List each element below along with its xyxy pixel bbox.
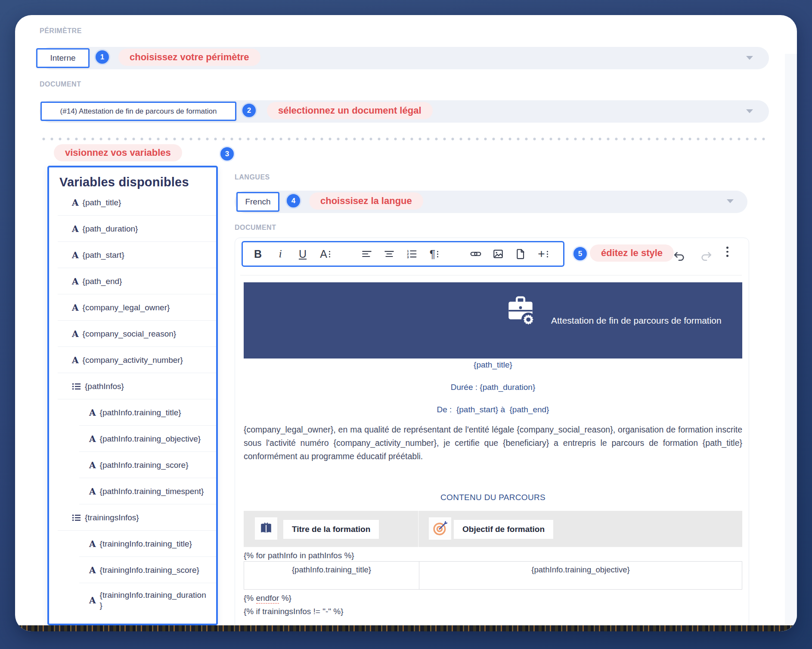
- variable-item[interactable]: A {company_activity_number}: [49, 347, 216, 373]
- variable-item[interactable]: A {pathInfo.training_title}: [49, 399, 216, 426]
- duration-line: Durée : {path_duration}: [244, 383, 742, 392]
- document-hint: sélectionnez un document légal: [267, 102, 433, 119]
- table-cell: {pathInfo.training_title}: [244, 561, 419, 590]
- insert-page-button[interactable]: [514, 245, 527, 263]
- chevron-down-icon[interactable]: [746, 56, 753, 60]
- dates-line: De : {path_start} à {path_end}: [244, 405, 742, 414]
- ordered-list-icon: 123: [406, 248, 417, 260]
- align-center-icon: [384, 248, 395, 260]
- variable-item[interactable]: {pathInfos}: [49, 373, 216, 399]
- variable-item[interactable]: A {pathInfo.training_score}: [49, 452, 216, 478]
- document-editor: B i U A 123 ¶ + 5 éditez le style: [235, 238, 749, 631]
- step-badge-1: 1: [96, 50, 109, 64]
- variable-item[interactable]: A {company_social_reason}: [49, 321, 216, 347]
- text-variable-icon: A: [72, 303, 79, 313]
- editor-toolbar: B i U A 123 ¶ +: [242, 241, 564, 267]
- briefcase-seal-icon: [505, 294, 536, 328]
- document-value: (#14) Attestation de fin de parcours de …: [60, 107, 217, 116]
- undo-button[interactable]: [673, 247, 686, 265]
- text-variable-icon: A: [72, 250, 79, 260]
- bold-button[interactable]: B: [251, 245, 264, 263]
- table-header-col2: Objectif de formation: [419, 511, 742, 547]
- variable-item[interactable]: A {trainingInfo.training_duration}: [49, 583, 216, 618]
- variable-item[interactable]: A {company_legal_owner}: [49, 294, 216, 321]
- document-label: DOCUMENT: [40, 80, 81, 88]
- variable-item[interactable]: {trainingsInfos}: [49, 504, 216, 531]
- table-header-label: Objectif de formation: [454, 520, 553, 539]
- variable-item[interactable]: A {path_start}: [49, 242, 216, 268]
- table-header-label: Titre de la formation: [283, 520, 379, 539]
- variables-panel: Variables disponibles A {path_title} A {…: [47, 166, 218, 625]
- text-variable-icon: A: [89, 434, 96, 444]
- italic-button[interactable]: i: [274, 245, 287, 263]
- text-variable-icon: A: [89, 486, 96, 497]
- perimeter-value-box[interactable]: Interne: [36, 48, 90, 68]
- dropdown-dots-icon: [437, 251, 438, 257]
- section-title: CONTENU DU PARCOURS: [244, 493, 742, 502]
- language-hint: choissisez la langue: [309, 192, 423, 210]
- redo-button[interactable]: [699, 247, 712, 265]
- template-endfor-line: {% endfor %}: [244, 593, 291, 603]
- editor-document-label: DOCUMENT: [235, 224, 276, 232]
- font-style-button[interactable]: A: [319, 245, 332, 263]
- dotted-separator: [40, 137, 769, 141]
- variable-item[interactable]: A {trainingInfo.training_title}: [49, 531, 216, 557]
- variables-title: Variables disponibles: [49, 167, 216, 189]
- variable-item[interactable]: A {trainingInfo.training_score}: [49, 557, 216, 583]
- language-value: French: [245, 197, 270, 207]
- align-left-icon: [361, 248, 372, 260]
- step-badge-2: 2: [242, 104, 256, 117]
- ordered-list-button[interactable]: 123: [405, 245, 418, 263]
- underline-button[interactable]: U: [296, 245, 309, 263]
- chevron-down-icon[interactable]: [746, 109, 753, 113]
- text-variable-icon: A: [72, 198, 79, 208]
- spellcheck-underline: endfor: [256, 593, 279, 604]
- paragraph-style-button[interactable]: ¶: [428, 245, 440, 263]
- perimeter-label: PÉRIMÈTRE: [40, 27, 82, 35]
- banner-title: Attestation de fin de parcours de format…: [551, 282, 722, 358]
- variable-item[interactable]: A {path_duration}: [49, 216, 216, 242]
- list-variable-icon: [72, 382, 81, 391]
- document-value-box[interactable]: (#14) Attestation de fin de parcours de …: [40, 102, 236, 121]
- image-icon: [493, 248, 504, 260]
- perimeter-value: Interne: [50, 53, 75, 63]
- variable-item[interactable]: A {path_end}: [49, 268, 216, 294]
- target-icon: [429, 517, 451, 540]
- table-row: {pathInfo.training_title} {pathInfo.trai…: [244, 561, 742, 590]
- text-variable-icon: A: [89, 565, 96, 575]
- text-variable-icon: A: [89, 408, 96, 418]
- table-header-col1: Titre de la formation: [244, 511, 419, 547]
- template-if-line: {% if trainingsInfos != "-" %}: [244, 607, 344, 616]
- insert-link-button[interactable]: [469, 245, 482, 263]
- right-band: [785, 54, 797, 631]
- chevron-down-icon[interactable]: [727, 199, 734, 203]
- align-center-button[interactable]: [383, 245, 396, 263]
- text-variable-icon: A: [89, 460, 96, 470]
- step-badge-5: 5: [573, 247, 587, 260]
- variable-item[interactable]: A {path_title}: [49, 189, 216, 216]
- editor-hint: éditez le style: [590, 244, 674, 262]
- dropdown-dots-icon: [547, 251, 548, 257]
- perimeter-hint: choisissez votre périmètre: [118, 49, 260, 66]
- svg-text:3: 3: [407, 255, 409, 259]
- link-icon: [470, 248, 482, 260]
- text-variable-icon: A: [89, 539, 96, 549]
- template-for-line: {% for pathInfo in pathInfos %}: [244, 551, 354, 560]
- undo-icon: [673, 250, 686, 262]
- document-banner: Attestation de fin de parcours de format…: [244, 282, 742, 358]
- file-icon: [515, 248, 526, 260]
- main-card: PÉRIMÈTRE Interne 1 choisissez votre pér…: [15, 15, 797, 631]
- toolbar-divider: [240, 275, 742, 275]
- path-title-line: {path_title}: [244, 360, 742, 370]
- redo-icon: [699, 250, 712, 262]
- more-options-icon[interactable]: [726, 247, 728, 257]
- variable-item[interactable]: A {pathInfo.training_timespent}: [49, 478, 216, 504]
- align-left-button[interactable]: [360, 245, 373, 263]
- dropdown-dots-icon: [329, 251, 330, 257]
- insert-more-button[interactable]: +: [536, 245, 549, 263]
- languages-label: LANGUES: [235, 173, 270, 181]
- variable-item[interactable]: A {pathInfo.training_objective}: [49, 426, 216, 452]
- text-variable-icon: A: [72, 355, 79, 365]
- language-value-box[interactable]: French: [236, 192, 279, 212]
- insert-image-button[interactable]: [492, 245, 505, 263]
